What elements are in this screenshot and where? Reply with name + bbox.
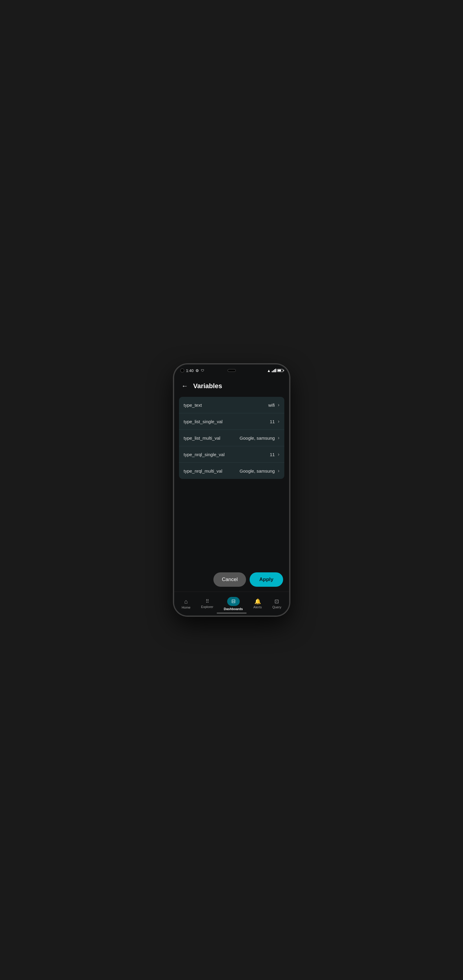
- variable-name-4: type_nrql_multi_val: [184, 468, 240, 474]
- dashboards-icon: ⊟: [232, 598, 236, 604]
- chevron-right-icon-1: ›: [278, 419, 279, 424]
- nav-label-query: Query: [272, 605, 281, 609]
- camera-dot: [180, 368, 184, 372]
- chevron-right-icon-3: ›: [278, 452, 279, 457]
- variable-name-0: type_text: [184, 402, 268, 407]
- status-left: 1:40 ⚙ 🛡: [180, 368, 204, 373]
- dashboards-icon-wrapper: ⊟: [227, 597, 240, 606]
- wifi-icon: ▲: [267, 368, 271, 373]
- variable-value-3: 11: [270, 452, 275, 457]
- shield-icon: 🛡: [201, 369, 204, 372]
- nav-label-home: Home: [182, 606, 190, 609]
- content-spacer: [174, 481, 289, 568]
- cancel-button[interactable]: Cancel: [213, 573, 246, 587]
- header: ← Variables: [174, 377, 289, 395]
- bottom-nav: ⌂ Home ⠿ Explorer ⊟ Dashboards 🔔 Alerts …: [174, 592, 289, 616]
- variable-row-type-text[interactable]: type_text wifi ›: [179, 397, 284, 413]
- nav-item-query[interactable]: ⊡ Query: [270, 597, 284, 611]
- variable-row-type-nrql-single[interactable]: type_nrql_single_val 11 ›: [179, 446, 284, 463]
- back-button[interactable]: ←: [180, 381, 190, 391]
- variable-value-0: wifi: [268, 402, 275, 407]
- variable-name-1: type_list_single_val: [184, 419, 270, 424]
- battery-icon: [277, 369, 283, 372]
- variable-row-type-list-single[interactable]: type_list_single_val 11 ›: [179, 413, 284, 430]
- variable-row-type-list-multi[interactable]: type_list_multi_val Google, samsung ›: [179, 430, 284, 446]
- nav-item-dashboards[interactable]: ⊟ Dashboards: [221, 595, 246, 612]
- front-camera-area: [227, 369, 236, 372]
- apply-button[interactable]: Apply: [250, 573, 283, 587]
- nav-item-home[interactable]: ⌂ Home: [179, 597, 193, 611]
- nav-item-explorer[interactable]: ⠿ Explorer: [198, 597, 216, 610]
- action-buttons: Cancel Apply: [174, 568, 289, 592]
- chevron-right-icon-4: ›: [278, 468, 279, 474]
- nav-label-alerts: Alerts: [254, 605, 262, 609]
- variable-value-1: 11: [270, 419, 275, 424]
- variables-list: type_text wifi › type_list_single_val 11…: [179, 397, 284, 479]
- home-icon: ⌂: [184, 598, 188, 605]
- status-time: 1:40: [186, 368, 193, 373]
- gear-icon: ⚙: [195, 368, 199, 373]
- variable-name-3: type_nrql_single_val: [184, 452, 270, 457]
- explorer-icon: ⠿: [206, 599, 209, 604]
- status-icons: ▲: [267, 368, 283, 373]
- screen-content: ← Variables type_text wifi › type_list_s…: [174, 377, 289, 616]
- variable-value-4: Google, samsung: [240, 468, 275, 474]
- front-camera: [227, 369, 236, 372]
- nav-label-explorer: Explorer: [201, 605, 213, 609]
- query-icon: ⊡: [274, 599, 279, 604]
- signal-icon: [272, 369, 276, 372]
- variable-value-2: Google, samsung: [240, 436, 275, 441]
- page-title: Variables: [193, 382, 222, 390]
- nav-item-alerts[interactable]: 🔔 Alerts: [251, 597, 265, 611]
- status-bar: 1:40 ⚙ 🛡 ▲: [174, 364, 289, 377]
- variable-name-2: type_list_multi_val: [184, 436, 240, 441]
- chevron-right-icon-0: ›: [278, 402, 279, 407]
- phone-frame: 1:40 ⚙ 🛡 ▲ ← Variables: [173, 364, 290, 616]
- variable-row-type-nrql-multi[interactable]: type_nrql_multi_val Google, samsung ›: [179, 463, 284, 479]
- home-gesture-bar: [217, 612, 247, 614]
- chevron-right-icon-2: ›: [278, 435, 279, 441]
- nav-label-dashboards: Dashboards: [224, 607, 243, 611]
- alerts-icon: 🔔: [254, 599, 261, 604]
- back-arrow-icon: ←: [182, 383, 188, 389]
